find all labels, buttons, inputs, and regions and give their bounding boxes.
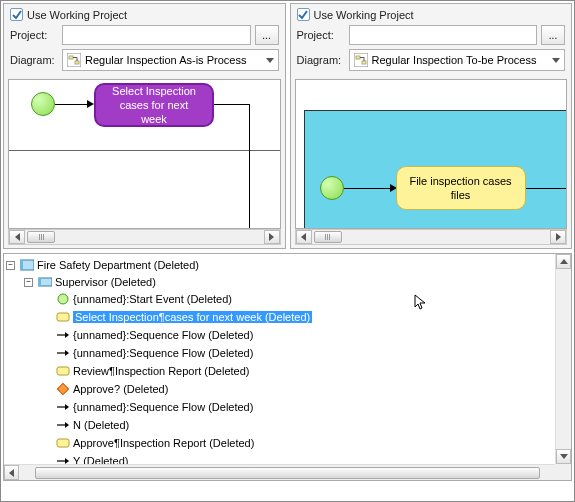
svg-rect-5 [362, 61, 366, 64]
svg-rect-9 [38, 278, 41, 286]
left-comparison-pane: Use Working Project Project: ... Diagram… [3, 3, 286, 249]
right-comparison-pane: Use Working Project Project: ... Diagram… [290, 3, 573, 249]
bpmn-diagram-icon [67, 53, 81, 67]
project-browse-button-left[interactable]: ... [255, 25, 279, 45]
start-icon [56, 292, 70, 306]
chevron-down-icon [552, 58, 560, 63]
project-browse-button-right[interactable]: ... [541, 25, 565, 45]
task-icon [56, 436, 70, 450]
tree-node-item[interactable]: Approve? (Deleted) [42, 381, 555, 397]
use-working-project-checkbox-left[interactable] [10, 8, 23, 21]
svg-rect-3 [354, 53, 368, 67]
right-diagram-canvas[interactable]: File inspection cases files [295, 79, 568, 229]
diff-tree-panel: − Fire Safety Department (Deleted) − S [3, 253, 572, 481]
svg-rect-0 [67, 53, 81, 67]
tree-node-item[interactable]: {unnamed}:Sequence Flow (Deleted) [42, 399, 555, 415]
svg-rect-1 [69, 56, 73, 59]
start-event-shape[interactable] [320, 176, 344, 200]
tree-h-scrollbar[interactable] [4, 464, 571, 480]
scroll-up-button[interactable] [556, 254, 571, 269]
use-working-label-right: Use Working Project [314, 9, 414, 21]
tree-node-item[interactable]: Approve¶Inspection Report (Deleted) [42, 435, 555, 451]
right-canvas-h-scrollbar[interactable] [295, 229, 568, 245]
diagram-label-left: Diagram: [10, 54, 58, 66]
tree-node-item[interactable]: {unnamed}:Start Event (Deleted) [42, 291, 555, 307]
tree-node-root[interactable]: − Fire Safety Department (Deleted) [6, 257, 555, 273]
collapse-icon[interactable]: − [24, 278, 33, 287]
scroll-left-button[interactable] [9, 230, 25, 244]
use-working-project-checkbox-right[interactable] [297, 8, 310, 21]
diagram-value-right: Regular Inspection To-be Process [372, 54, 537, 66]
flow-icon [56, 346, 70, 360]
activity-select-inspection[interactable]: Select Inspection cases for next week [94, 83, 214, 127]
svg-rect-18 [57, 439, 69, 447]
project-label-left: Project: [10, 29, 58, 41]
tree-node-item[interactable]: Y (Deleted) [42, 453, 555, 464]
svg-rect-15 [57, 383, 68, 394]
project-input-left[interactable] [62, 25, 251, 45]
use-working-label-left: Use Working Project [27, 9, 127, 21]
left-diagram-canvas[interactable]: Select Inspection cases for next week [8, 79, 281, 229]
scroll-thumb[interactable] [314, 231, 342, 243]
scroll-left-button[interactable] [296, 230, 312, 244]
flow-icon [56, 454, 70, 464]
flow-icon [56, 418, 70, 432]
diagram-label-right: Diagram: [297, 54, 345, 66]
start-event-shape[interactable] [31, 92, 55, 116]
svg-rect-4 [356, 56, 360, 59]
tree-node-item[interactable]: N (Deleted) [42, 417, 555, 433]
flow-icon [56, 400, 70, 414]
tree-node-lane[interactable]: − Supervisor (Deleted) [24, 274, 555, 290]
diff-tree[interactable]: − Fire Safety Department (Deleted) − S [4, 254, 555, 464]
tree-node-item[interactable]: {unnamed}:Sequence Flow (Deleted) [42, 327, 555, 343]
bpmn-diagram-icon [354, 53, 368, 67]
tree-v-scrollbar[interactable] [555, 254, 571, 464]
mouse-cursor-icon [414, 294, 428, 312]
activity-file-inspection[interactable]: File inspection cases files [396, 166, 526, 210]
project-label-right: Project: [297, 29, 345, 41]
project-input-right[interactable] [349, 25, 538, 45]
scroll-right-button[interactable] [264, 230, 280, 244]
collapse-icon[interactable]: − [6, 261, 15, 270]
diagram-dropdown-left[interactable]: Regular Inspection As-is Process [62, 49, 279, 71]
gateway-icon [56, 382, 70, 396]
svg-rect-14 [57, 367, 69, 375]
scroll-down-button[interactable] [556, 449, 571, 464]
scroll-left-button[interactable] [4, 465, 19, 480]
svg-rect-2 [75, 61, 79, 64]
svg-rect-11 [57, 313, 69, 321]
scroll-thumb[interactable] [35, 467, 540, 479]
scroll-thumb[interactable] [27, 231, 55, 243]
flow-icon [56, 328, 70, 342]
left-canvas-h-scrollbar[interactable] [8, 229, 281, 245]
lane-icon [38, 275, 52, 289]
diagram-value-left: Regular Inspection As-is Process [85, 54, 246, 66]
task-icon [56, 310, 70, 324]
tree-node-item[interactable]: {unnamed}:Sequence Flow (Deleted) [42, 345, 555, 361]
svg-rect-7 [20, 260, 23, 270]
tree-node-item[interactable]: Review¶Inspection Report (Deleted) [42, 363, 555, 379]
pool-icon [20, 258, 34, 272]
scroll-right-button[interactable] [550, 230, 566, 244]
task-icon [56, 364, 70, 378]
svg-point-10 [58, 294, 68, 304]
chevron-down-icon [266, 58, 274, 63]
tree-node-item[interactable]: Select Inspection¶cases for next week (D… [42, 309, 555, 325]
diagram-dropdown-right[interactable]: Regular Inspection To-be Process [349, 49, 566, 71]
